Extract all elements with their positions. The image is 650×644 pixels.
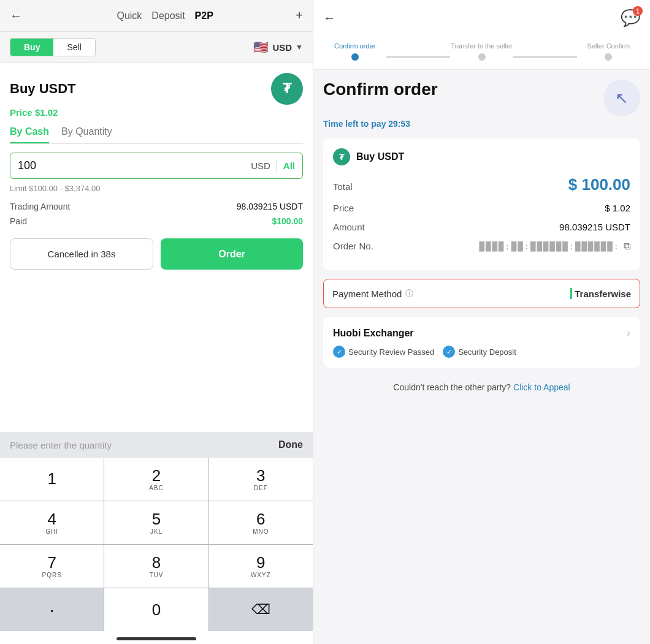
flag-icon: 🇺🇸 [253, 40, 269, 55]
order-card: ₮ Buy USDT Total $ 100.00 Price $ 1.02 A… [323, 138, 640, 270]
security-review-badge: ✓ Security Review Passed [333, 346, 434, 358]
payment-method-help-icon: ⓘ [405, 288, 413, 299]
chevron-down-icon: ▼ [296, 43, 303, 51]
step-3: Seller Confirm [577, 42, 640, 61]
all-button[interactable]: All [283, 161, 295, 171]
payment-method-right: Transferwise [570, 288, 631, 299]
cancel-button[interactable]: Cancelled in 38s [10, 238, 153, 270]
keyboard-hint-bar: Please enter the quantity Done [0, 432, 313, 458]
price-label: Price [10, 107, 32, 118]
plus-icon[interactable]: + [296, 9, 303, 23]
total-label: Total [333, 181, 353, 192]
chat-badge: 1 [633, 6, 643, 16]
security-review-label: Security Review Passed [348, 347, 434, 357]
currency-selector[interactable]: 🇺🇸 USD ▼ [253, 40, 303, 55]
sell-tab[interactable]: Sell [53, 39, 94, 56]
amount-input-row: USD All [10, 153, 303, 179]
key-6[interactable]: 6 MNO [209, 501, 313, 544]
stepper-bar: Confirm order Transfer to the seller Sel… [313, 36, 650, 70]
right-header: ← 💬 1 [313, 0, 650, 36]
home-indicator [0, 631, 313, 644]
security-deposit-label: Security Deposit [458, 347, 516, 357]
badge-row: ✓ Security Review Passed ✓ Security Depo… [333, 346, 630, 358]
order-no-value: ████:██:██████:██████: [480, 241, 620, 251]
key-backspace[interactable]: ⌫ [209, 588, 313, 631]
price-label-right: Price [333, 203, 354, 213]
step-3-label: Seller Confirm [587, 42, 630, 50]
appeal-link[interactable]: Click to Appeal [513, 382, 570, 392]
by-cash-tab[interactable]: By Cash [10, 126, 49, 143]
appeal-text: Couldn't reach the other party? [393, 382, 511, 392]
step-3-dot [605, 53, 612, 61]
by-quantity-tab[interactable]: By Quantity [61, 126, 112, 143]
order-card-title: ₮ Buy USDT [333, 148, 630, 165]
key-8[interactable]: 8 TUV [104, 545, 208, 588]
step-2-dot [478, 53, 486, 61]
key-4[interactable]: 4 GHI [0, 501, 104, 544]
seller-arrow-icon[interactable]: › [627, 327, 630, 339]
order-no-label: Order No. [333, 241, 373, 251]
amount-input[interactable] [18, 159, 251, 172]
coin-title: Buy USDT [10, 81, 76, 97]
price-value-right: $ 1.02 [605, 203, 630, 213]
keyboard-section: Please enter the quantity Done 1 2 ABC 3… [0, 432, 313, 644]
key-7[interactable]: 7 PQRS [0, 545, 104, 588]
payment-method-box[interactable]: Payment Method ⓘ Transferwise [323, 279, 640, 308]
key-0[interactable]: 0 [104, 588, 208, 631]
step-2-label: Transfer to the seller [451, 42, 512, 50]
time-value: 29:53 [388, 119, 410, 129]
order-button[interactable]: Order [161, 238, 303, 270]
step-connector-2 [513, 56, 576, 58]
seller-card: Huobi Exchanger › ✓ Security Review Pass… [323, 317, 640, 368]
security-deposit-check-icon: ✓ [443, 346, 455, 358]
appeal-row: Couldn't reach the other party? Click to… [323, 376, 640, 396]
back-icon-right[interactable]: ← [323, 11, 335, 25]
currency-label: USD [272, 42, 292, 53]
nav-quick[interactable]: Quick [117, 10, 142, 21]
copy-icon[interactable]: ⧉ [624, 241, 630, 252]
nav-deposit[interactable]: Deposit [151, 10, 185, 21]
coin-header: Buy USDT ₮ [10, 73, 303, 105]
key-2[interactable]: 2 ABC [104, 458, 208, 501]
confirm-title-row: Confirm order ↖ [323, 80, 640, 116]
price-value: $1.02 [35, 107, 58, 118]
back-icon-left[interactable]: ← [10, 9, 22, 23]
seller-row: Huobi Exchanger › [333, 327, 630, 339]
payment-method-bar [570, 288, 572, 299]
total-value: $ 100.00 [568, 175, 630, 194]
key-5[interactable]: 5 JKL [104, 501, 208, 544]
step-connector-1 [386, 56, 449, 58]
key-1[interactable]: 1 [0, 458, 104, 501]
step-2: Transfer to the seller [450, 42, 513, 61]
action-buttons: Cancelled in 38s Order [10, 238, 303, 270]
home-bar [117, 637, 196, 640]
step-1-dot [351, 53, 359, 61]
nav-p2p[interactable]: P2P [195, 10, 213, 21]
amount-value: 98.039215 USDT [559, 222, 630, 232]
input-divider [277, 160, 277, 172]
by-tabs: By Cash By Quantity [10, 126, 303, 144]
trading-amount-row: Trading Amount 98.039215 USDT [10, 202, 303, 211]
left-panel: ← Quick Deposit P2P + Buy Sell 🇺🇸 USD ▼ … [0, 0, 313, 644]
buy-sell-tabs: Buy Sell [10, 38, 96, 56]
key-dot[interactable]: · [0, 588, 104, 631]
coin-price: Price $1.02 [10, 107, 303, 118]
buy-sell-bar: Buy Sell 🇺🇸 USD ▼ [0, 32, 313, 63]
paid-label: Paid [10, 216, 27, 226]
right-panel: ← 💬 1 Confirm order Transfer to the sell… [313, 0, 650, 644]
key-9[interactable]: 9 WXYZ [209, 545, 313, 588]
input-currency-label: USD [251, 161, 270, 171]
paid-row: Paid $100.00 [10, 216, 303, 226]
transfer-graphic: ↖ [603, 80, 640, 116]
trading-amount-label: Trading Amount [10, 202, 70, 211]
left-header: ← Quick Deposit P2P + [0, 0, 313, 32]
order-title-label: Buy USDT [356, 151, 404, 162]
keyboard-done-button[interactable]: Done [278, 439, 303, 450]
buy-tab[interactable]: Buy [10, 39, 53, 56]
tether-icon: ₮ [271, 73, 303, 105]
limit-text: Limit $100.00 - $3,374.00 [10, 184, 303, 193]
security-deposit-badge: ✓ Security Deposit [443, 346, 516, 358]
order-no-row: Order No. ████:██:██████:██████: ⧉ [333, 241, 630, 252]
chat-icon-wrapper[interactable]: 💬 1 [621, 9, 640, 28]
key-3[interactable]: 3 DEF [209, 458, 313, 501]
